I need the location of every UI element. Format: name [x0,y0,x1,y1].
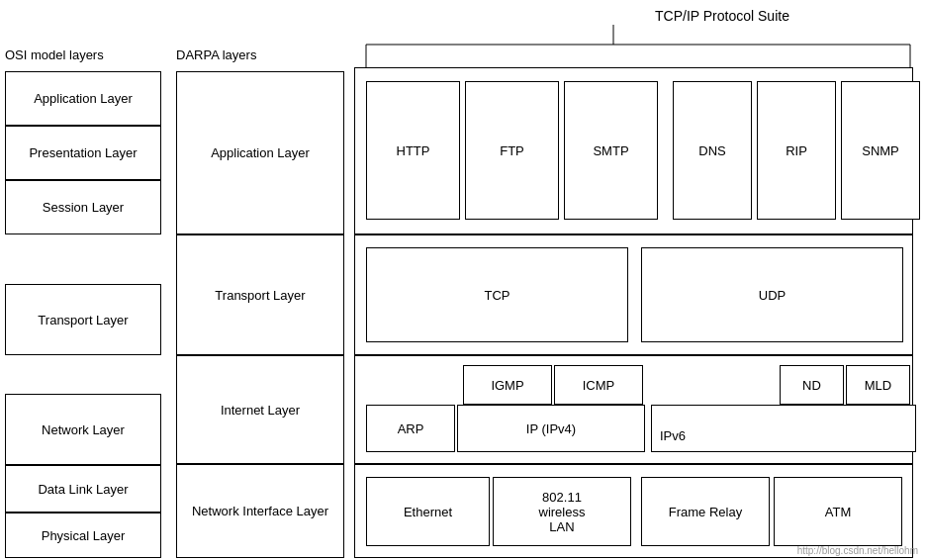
ipv4-protocol: IP (IPv4) [457,405,645,452]
wireless-protocol: 802.11 wireless LAN [493,477,631,546]
igmp-protocol: IGMP [463,365,552,405]
mld-protocol: MLD [846,365,910,405]
tcp-protocol: TCP [366,247,628,342]
udp-protocol: UDP [641,247,903,342]
ethernet-protocol: Ethernet [366,477,490,546]
dns-protocol: DNS [673,81,752,220]
darpa-internet-layer: Internet Layer [176,355,344,464]
watermark: http://blog.csdn.net/hellohm [797,545,918,556]
atm-protocol: ATM [774,477,902,546]
darpa-netinterface-layer: Network Interface Layer [176,464,344,558]
osi-presentation-layer: Presentation Layer [5,126,161,180]
darpa-transport-layer: Transport Layer [176,234,344,355]
darpa-header: DARPA layers [176,47,334,62]
http-protocol: HTTP [366,81,460,220]
framerelay-protocol: Frame Relay [641,477,770,546]
nd-protocol: ND [780,365,844,405]
smtp-protocol: SMTP [564,81,658,220]
osi-session-layer: Session Layer [5,180,161,234]
arp-protocol: ARP [366,405,455,452]
ftp-protocol: FTP [465,81,559,220]
osi-physical-layer: Physical Layer [5,513,161,558]
icmp-protocol: ICMP [554,365,643,405]
ipv6-protocol: IPv6 [651,405,916,452]
osi-datalink-layer: Data Link Layer [5,465,161,513]
osi-application-layer: Application Layer [5,71,161,126]
osi-transport-layer: Transport Layer [5,284,161,355]
darpa-application-layer: Application Layer [176,71,344,234]
osi-header: OSI model layers [5,47,163,62]
osi-network-layer: Network Layer [5,394,161,465]
rip-protocol: RIP [757,81,836,220]
main-title: TCP/IP Protocol Suite [574,8,871,24]
snmp-protocol: SNMP [841,81,920,220]
